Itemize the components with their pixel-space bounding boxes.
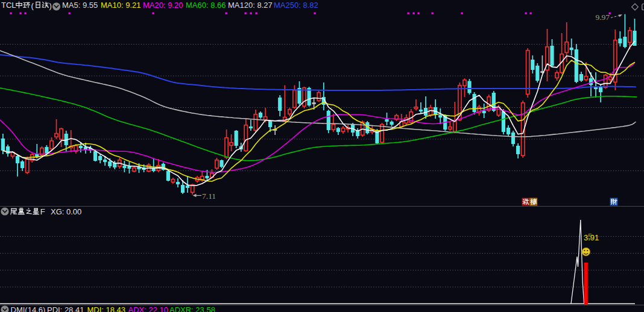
svg-text:ADX: 22.10: ADX: 22.10 — [128, 305, 169, 312]
svg-text:ADXR: 23.58: ADXR: 23.58 — [169, 305, 215, 312]
svg-text:MA10: 9.21: MA10: 9.21 — [101, 1, 141, 10]
svg-text:F: F — [40, 207, 45, 216]
svg-text:5: 5 — [588, 232, 592, 241]
svg-text:PDI: 28.41: PDI: 28.41 — [47, 305, 84, 312]
svg-text:MA5: 9.55: MA5: 9.55 — [62, 1, 98, 10]
svg-text:MA20: 9.20: MA20: 9.20 — [143, 1, 183, 10]
svg-text:MA250: 8.82: MA250: 8.82 — [274, 1, 318, 10]
svg-text:(: ( — [31, 1, 34, 10]
svg-text:MA60: 8.66: MA60: 8.66 — [186, 1, 226, 10]
svg-text:9.97: 9.97 — [595, 13, 610, 22]
svg-text:7.11: 7.11 — [202, 192, 216, 201]
svg-text:): ) — [49, 1, 52, 10]
svg-text:TCL: TCL — [1, 1, 16, 10]
svg-text:XG: 0.00: XG: 0.00 — [51, 207, 81, 216]
svg-text:MA120: 8.27: MA120: 8.27 — [228, 1, 273, 10]
svg-text:MDI: 18.43: MDI: 18.43 — [87, 305, 126, 312]
svg-text:DMI(14,6): DMI(14,6) — [11, 305, 46, 312]
